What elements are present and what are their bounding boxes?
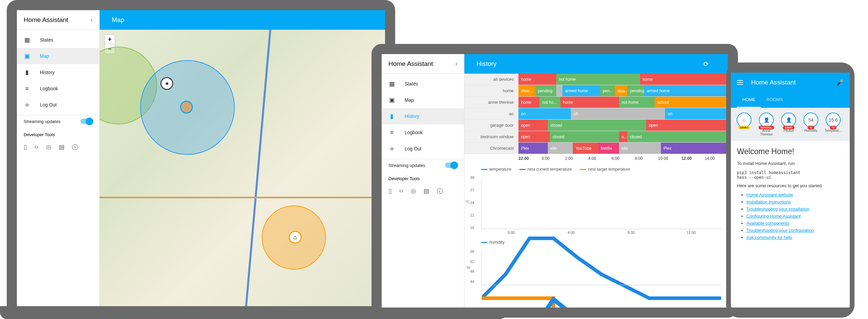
appbar: History ⟳: [464, 54, 728, 74]
status-badge[interactable]: 👤SCHOOLAnne Therese: [757, 113, 776, 136]
status-badge[interactable]: 54%Humidity: [801, 113, 821, 132]
history-segment[interactable]: idle: [619, 143, 661, 154]
history-row: homedisar...pendingarmed homepen...disa.…: [464, 85, 728, 97]
history-segment[interactable]: idle: [548, 143, 573, 154]
history-segment[interactable]: closed: [548, 120, 646, 131]
logout-icon: ⎆: [388, 145, 395, 152]
marker-person[interactable]: [180, 101, 193, 114]
resource-link[interactable]: Troubleshooting your installation: [746, 206, 810, 212]
history-segment[interactable]: home: [560, 97, 619, 108]
tablet-device: Home Assistant ‹ ▦States ▣Map ▮History ≡…: [372, 44, 738, 318]
chevron-left-icon[interactable]: ‹: [456, 61, 457, 67]
history-row-bar: disar...pendingarmed homepen...disa...pe…: [518, 85, 728, 96]
history-row: all deviceshomenot homehome: [464, 74, 728, 85]
phone-device: Home Assistant 🎤 HOME ROOMS ☺DEMO👤SCHOOL…: [726, 63, 854, 318]
history-segment[interactable]: armed home: [562, 85, 600, 96]
radio-icon[interactable]: ◎: [411, 187, 416, 195]
history-segment[interactable]: on: [518, 108, 571, 119]
streaming-updates-row: Streaming updates: [17, 115, 99, 127]
history-segment[interactable]: closed: [627, 131, 728, 142]
history-segment[interactable]: armed home: [644, 85, 728, 96]
sidebar-item-map[interactable]: ▣Map: [382, 92, 464, 108]
resource-link[interactable]: Installation instructions: [746, 199, 791, 204]
history-segment[interactable]: closed: [550, 131, 619, 142]
status-badge[interactable]: 15.6°CTemperat...: [823, 113, 843, 132]
code-icon[interactable]: ‹›: [399, 187, 403, 195]
history-segment[interactable]: Plex: [518, 143, 548, 154]
history-segment[interactable]: school: [655, 97, 728, 108]
history-segment[interactable]: YouTube: [573, 143, 598, 154]
tab-home[interactable]: HOME: [737, 92, 761, 108]
sidebar-item-states[interactable]: ▦States: [382, 76, 464, 92]
file-icon[interactable]: ▤: [424, 187, 429, 195]
apps-icon: ▦: [388, 80, 395, 87]
resource-link[interactable]: Available components: [746, 221, 789, 226]
page-title: History: [477, 60, 496, 68]
remote-icon[interactable]: ▯: [388, 187, 392, 195]
sidebar-item-history[interactable]: ▮History: [17, 64, 99, 80]
marker-home[interactable]: ⌂: [289, 231, 302, 244]
resource-link[interactable]: Configuring Home Assistant: [746, 214, 800, 219]
humidity-chart: 56524844%: [464, 248, 728, 289]
history-segment[interactable]: not ho...: [539, 97, 560, 108]
menu-icon[interactable]: [737, 80, 743, 85]
history-segment[interactable]: pending: [627, 85, 644, 96]
history-segment[interactable]: home: [518, 74, 556, 85]
history-segment[interactable]: home: [640, 74, 728, 85]
zoom-in-button[interactable]: +: [105, 35, 115, 44]
account-icon: ▣: [24, 53, 30, 59]
info-icon[interactable]: ⓘ: [437, 187, 443, 195]
history-segment[interactable]: open: [646, 120, 728, 131]
sidebar-item-map[interactable]: ▣Map: [17, 48, 99, 64]
radio-icon[interactable]: ◎: [46, 143, 51, 151]
history-segment[interactable]: not home: [619, 97, 655, 108]
history-row: bedroom windowopenclosedo...closed: [464, 131, 728, 143]
resource-link[interactable]: Home Assistant website: [746, 192, 793, 197]
tab-rooms[interactable]: ROOMS: [761, 92, 788, 108]
history-segment[interactable]: home: [518, 97, 539, 108]
history-segment[interactable]: [556, 85, 563, 96]
map-canvas[interactable]: + − ◾ ⌂: [100, 30, 385, 318]
history-segment[interactable]: open: [518, 131, 550, 142]
history-row-label: home: [464, 85, 518, 96]
info-icon[interactable]: ⓘ: [72, 143, 78, 151]
list-icon: ≡: [24, 85, 30, 92]
tablet-sidebar: Home Assistant ‹ ▦States ▣Map ▮History ≡…: [382, 54, 464, 308]
status-badge[interactable]: ☺DEMO: [734, 113, 754, 129]
chevron-left-icon[interactable]: ‹: [91, 17, 93, 23]
file-icon[interactable]: ▤: [59, 143, 65, 151]
history-segment[interactable]: o...: [619, 131, 628, 142]
sidebar-item-history[interactable]: ▮History: [382, 108, 464, 124]
marker-work[interactable]: ◾: [160, 77, 173, 90]
refresh-icon[interactable]: ⟳: [704, 60, 709, 68]
sidebar-item-logbook[interactable]: ≡Logbook: [382, 124, 464, 141]
remote-icon[interactable]: ▯: [24, 143, 27, 151]
history-segment[interactable]: off: [571, 108, 665, 119]
temperature-chart: 3027242118°C 0:004:008:0012:00: [464, 175, 728, 238]
history-segment[interactable]: Netflix: [598, 143, 619, 154]
history-segment[interactable]: disa...: [615, 85, 627, 96]
history-segment[interactable]: Plex: [661, 143, 728, 154]
streaming-toggle[interactable]: [80, 119, 93, 124]
streaming-toggle[interactable]: [445, 163, 457, 168]
history-row: anne theresehomenot ho...homenot homesch…: [464, 97, 728, 108]
history-segment[interactable]: open: [518, 120, 548, 131]
status-badge[interactable]: 👤AWAYPaulus: [779, 113, 798, 132]
devtools-row: ▯ ‹› ◎ ▤ ⓘ: [382, 182, 464, 200]
history-segment[interactable]: pending: [535, 85, 556, 96]
sidebar-item-logout[interactable]: ⎆Log Out: [17, 97, 99, 113]
history-segment[interactable]: disar...: [518, 85, 535, 96]
history-row-label: garage door: [464, 120, 518, 131]
sidebar-item-logbook[interactable]: ≡Logbook: [17, 80, 99, 97]
resource-link[interactable]: Ask community for help: [746, 235, 792, 240]
mic-icon[interactable]: 🎤: [836, 79, 844, 86]
chart-icon: ▮: [388, 113, 395, 120]
history-segment[interactable]: pen...: [600, 85, 615, 96]
resource-link[interactable]: Troubleshooting your configuration: [746, 228, 814, 233]
history-segment[interactable]: on: [665, 108, 728, 119]
apps-icon: ▦: [24, 36, 30, 43]
code-icon[interactable]: ‹›: [34, 143, 39, 151]
history-segment[interactable]: not home: [556, 74, 640, 85]
sidebar-item-logout[interactable]: ⎆Log Out: [382, 141, 464, 157]
sidebar-item-states[interactable]: ▦States: [17, 32, 99, 48]
